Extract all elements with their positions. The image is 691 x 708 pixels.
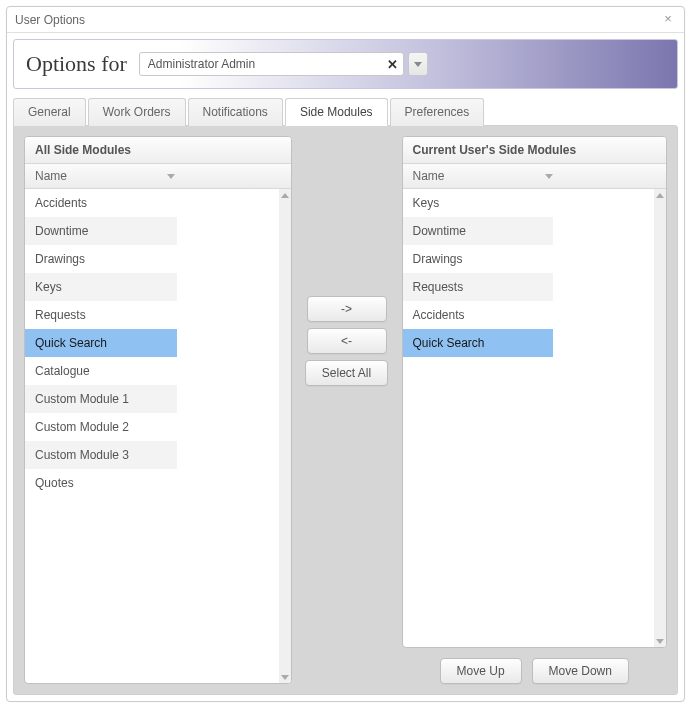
current-modules-grid-header[interactable]: Name	[403, 164, 667, 189]
list-item[interactable]: Custom Module 3	[25, 441, 177, 469]
list-item[interactable]: Accidents	[403, 301, 554, 329]
list-item[interactable]: Downtime	[403, 217, 554, 245]
tab-strip: General Work Orders Notifications Side M…	[7, 97, 684, 125]
all-modules-grid-header[interactable]: Name	[25, 164, 291, 189]
all-modules-panel: All Side Modules Name AccidentsDowntimeD…	[24, 136, 292, 684]
list-item[interactable]: Quotes	[25, 469, 177, 497]
list-item[interactable]: Drawings	[403, 245, 554, 273]
tab-general[interactable]: General	[13, 98, 86, 126]
scroll-up-icon	[656, 193, 664, 198]
sort-indicator-icon	[545, 174, 553, 179]
chevron-down-icon	[414, 62, 422, 67]
window-title: User Options	[15, 13, 660, 27]
list-item[interactable]: Custom Module 1	[25, 385, 177, 413]
all-modules-column-name: Name	[35, 169, 67, 183]
current-modules-column-name: Name	[413, 169, 445, 183]
tab-body: All Side Modules Name AccidentsDowntimeD…	[13, 125, 678, 695]
tab-side-modules[interactable]: Side Modules	[285, 98, 388, 126]
close-icon[interactable]: ×	[660, 12, 676, 28]
list-item[interactable]: Custom Module 2	[25, 413, 177, 441]
tab-notifications[interactable]: Notifications	[188, 98, 283, 126]
list-item[interactable]: Requests	[403, 273, 554, 301]
all-modules-scrollbar[interactable]	[279, 189, 291, 683]
list-item[interactable]: Downtime	[25, 217, 177, 245]
all-modules-title: All Side Modules	[25, 137, 291, 164]
list-item[interactable]: Keys	[403, 189, 554, 217]
scroll-down-icon	[656, 639, 664, 644]
titlebar: User Options ×	[7, 7, 684, 33]
scroll-down-icon	[281, 675, 289, 680]
list-item[interactable]: Requests	[25, 301, 177, 329]
select-all-button[interactable]: Select All	[305, 360, 388, 386]
user-combo-trigger[interactable]	[408, 52, 428, 76]
move-up-button[interactable]: Move Up	[440, 658, 522, 684]
banner: Options for ✕	[13, 39, 678, 89]
tab-preferences[interactable]: Preferences	[390, 98, 485, 126]
user-options-window: User Options × Options for ✕ General Wor…	[6, 6, 685, 702]
reorder-buttons: Move Up Move Down	[402, 656, 668, 684]
list-item[interactable]: Quick Search	[25, 329, 177, 357]
sort-indicator-icon	[167, 174, 175, 179]
all-modules-list: AccidentsDowntimeDrawingsKeysRequestsQui…	[25, 189, 279, 683]
add-button[interactable]: ->	[307, 296, 387, 322]
list-item[interactable]: Quick Search	[403, 329, 554, 357]
tab-work-orders[interactable]: Work Orders	[88, 98, 186, 126]
current-modules-panel: Current User's Side Modules Name KeysDow…	[402, 136, 668, 648]
current-modules-scrollbar[interactable]	[654, 189, 666, 647]
transfer-buttons: -> <- Select All	[302, 136, 392, 684]
scroll-up-icon	[281, 193, 289, 198]
list-item[interactable]: Drawings	[25, 245, 177, 273]
right-column: Current User's Side Modules Name KeysDow…	[402, 136, 668, 684]
move-down-button[interactable]: Move Down	[532, 658, 629, 684]
list-item[interactable]: Catalogue	[25, 357, 177, 385]
user-combo: ✕	[139, 52, 428, 76]
current-modules-list: KeysDowntimeDrawingsRequestsAccidentsQui…	[403, 189, 655, 647]
user-combo-input[interactable]	[139, 52, 404, 76]
clear-icon[interactable]: ✕	[387, 57, 398, 72]
list-item[interactable]: Accidents	[25, 189, 177, 217]
list-item[interactable]: Keys	[25, 273, 177, 301]
banner-label: Options for	[26, 51, 127, 77]
current-modules-title: Current User's Side Modules	[403, 137, 667, 164]
remove-button[interactable]: <-	[307, 328, 387, 354]
